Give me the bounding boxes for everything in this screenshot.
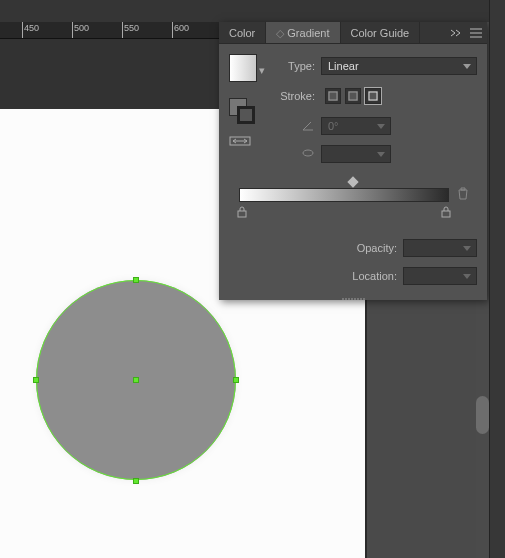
swatch-dropdown-icon[interactable]: ▾ [259,64,265,77]
gradient-type-select[interactable]: Linear [321,57,477,75]
ruler-label: 450 [24,23,39,33]
anchor-left[interactable] [33,377,39,383]
vertical-scrollbar-thumb[interactable] [476,396,489,434]
tab-gradient[interactable]: ◇Gradient [266,22,340,43]
dock-icon[interactable] [492,76,504,88]
tab-color[interactable]: Color [219,22,266,43]
tab-color-guide[interactable]: Color Guide [341,22,421,43]
delete-stop-icon[interactable] [457,187,469,203]
stroke-gradient-within[interactable] [325,88,341,104]
dock-icon[interactable] [492,24,504,36]
dock-icon[interactable] [492,206,504,218]
panel-menu-icon[interactable] [469,26,483,40]
panel-resize-grip[interactable] [333,296,373,302]
gradient-angle-input[interactable]: 0° [321,117,391,135]
ruler-label: 550 [124,23,139,33]
gradient-panel: Color ◇Gradient Color Guide ▾ [219,22,487,300]
center-point[interactable] [133,377,139,383]
dock-icon[interactable] [492,128,504,140]
stroke-label: Stroke: [275,90,321,102]
dock-icon[interactable] [492,232,504,244]
dock-icon[interactable] [492,258,504,270]
svg-rect-9 [442,211,450,217]
opacity-label: Opacity: [357,242,403,254]
right-dock [489,0,505,558]
gradient-swatch[interactable]: ▾ [229,54,265,88]
fill-stroke-toggle[interactable] [229,98,257,126]
aspect-icon [275,146,321,162]
reverse-gradient-button[interactable] [229,134,275,148]
gradient-aspect-input[interactable] [321,145,391,163]
left-stop-lock-icon[interactable] [237,206,247,220]
gradient-slider[interactable] [239,188,449,202]
right-stop-lock-icon[interactable] [441,206,451,220]
stop-opacity-input[interactable] [403,239,477,257]
location-label: Location: [352,270,403,282]
ruler-label: 600 [174,23,189,33]
dock-icon[interactable] [492,50,504,62]
dock-icon[interactable] [492,180,504,192]
anchor-top[interactable] [133,277,139,283]
dock-icon[interactable] [492,102,504,114]
stop-location-input[interactable] [403,267,477,285]
type-label: Type: [275,60,321,72]
ruler-label: 500 [74,23,89,33]
svg-rect-8 [238,211,246,217]
svg-point-7 [303,150,313,156]
anchor-bottom[interactable] [133,478,139,484]
stroke-gradient-along[interactable] [345,88,361,104]
dock-icon[interactable] [492,284,504,296]
dock-icon[interactable] [492,154,504,166]
angle-icon [275,118,321,134]
stroke-gradient-across[interactable] [365,88,381,104]
collapse-icon[interactable] [449,26,463,40]
anchor-right[interactable] [233,377,239,383]
midpoint-diamond-icon[interactable] [347,176,358,187]
